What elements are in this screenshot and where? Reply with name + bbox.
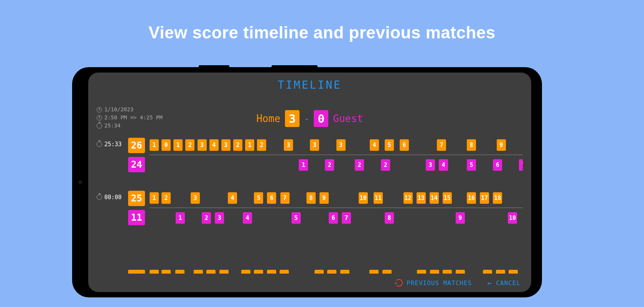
- score-tick-home: 13: [417, 192, 426, 204]
- phone-button-decor: [272, 65, 318, 67]
- home-score: 3: [285, 110, 300, 127]
- score-tick-home: [219, 270, 229, 274]
- score-tick-home: 12: [404, 192, 413, 204]
- hero-title: View score timeline and previous matches: [0, 0, 644, 42]
- score-tick-home: [443, 270, 452, 274]
- score-tick-home: 2: [185, 139, 194, 151]
- score-tick-home: 10: [359, 192, 368, 204]
- clock-icon: [97, 115, 102, 120]
- score-tick-home: 6: [400, 139, 409, 151]
- score-tick-home: [509, 270, 518, 274]
- page-title: TIMELINE: [88, 73, 531, 91]
- score-tick-home: 1: [173, 139, 183, 151]
- score-tick-home: [382, 270, 392, 274]
- score-tick-guest: 6: [493, 159, 502, 171]
- score-tick-home: 1: [245, 139, 254, 151]
- phone-mockup-frame: TIMELINE 1/10/2023 2:50 PM => 4:25 PM 25…: [72, 67, 542, 297]
- score-header: Home 3 - 0 Guest: [256, 110, 363, 127]
- score-tick-home: [267, 270, 276, 274]
- score-tick-home: 3: [198, 139, 207, 151]
- score-tick-home: 14: [430, 192, 439, 204]
- score-tick-home: 16: [467, 192, 476, 204]
- match-duration: 25:34: [104, 122, 120, 130]
- score-tick-home: 15: [443, 192, 452, 204]
- cancel-label: CANCEL: [496, 279, 520, 287]
- match-meta: 1/10/2023 2:50 PM => 4:25 PM 25:34: [97, 106, 163, 130]
- score-tick-home: 6: [267, 192, 276, 204]
- score-tick-home: 7: [280, 192, 290, 204]
- score-tick-guest: 6: [329, 212, 338, 224]
- set-home-score: 26: [128, 138, 145, 153]
- home-tick-row: 123456789101112131415161718: [150, 192, 523, 204]
- score-tick-home: [315, 270, 324, 274]
- guest-tick-row: 122234567: [150, 159, 523, 171]
- score-tick-home: [150, 270, 159, 274]
- bottom-action-bar: PREVIOUS MATCHES ← CANCEL: [395, 278, 520, 287]
- match-time-range: 2:50 PM => 4:25 PM: [104, 114, 163, 122]
- score-tick-home: [206, 270, 216, 274]
- score-tick-guest: 8: [385, 212, 394, 224]
- score-tick-home: [175, 270, 184, 274]
- score-tick-home: 1: [150, 192, 159, 204]
- previous-matches-label: PREVIOUS MATCHES: [407, 279, 472, 287]
- score-tick-home: [496, 270, 505, 274]
- set-guest-score: 11: [128, 210, 145, 225]
- score-tick-home: 4: [228, 192, 237, 204]
- score-tick-home: 17: [480, 192, 489, 204]
- score-tick-guest: 1: [176, 212, 185, 224]
- score-tick-guest: 3: [215, 212, 224, 224]
- score-tick-home: [280, 270, 289, 274]
- score-tick-home: 4: [209, 139, 219, 151]
- app-screen: TIMELINE 1/10/2023 2:50 PM => 4:25 PM 25…: [88, 73, 531, 292]
- score-tick-home: 9: [320, 192, 329, 204]
- score-tick-guest: 5: [292, 212, 301, 224]
- score-tick-guest: 7: [519, 159, 523, 171]
- timer-icon: [97, 123, 102, 129]
- score-tick-home: 5: [385, 139, 394, 151]
- guest-team-label: Guest: [333, 113, 363, 124]
- score-tick-guest: 10: [508, 212, 517, 224]
- score-tick-guest: 9: [456, 212, 465, 224]
- score-tick-guest: 3: [426, 159, 435, 171]
- score-tick-home: [456, 270, 465, 274]
- score-tick-guest: 2: [381, 159, 390, 171]
- cancel-button[interactable]: ← CANCEL: [487, 278, 520, 287]
- set-timeline-row: 25:3326241012343212333456789122234567: [97, 138, 523, 180]
- timer-icon: [97, 142, 102, 147]
- set-duration: 25:33: [97, 141, 122, 148]
- guest-score: 0: [314, 110, 328, 127]
- score-tick-home: [161, 270, 171, 274]
- score-tick-home: [483, 270, 492, 274]
- timeline-list[interactable]: 25:332624101234321233345678912223456700:…: [97, 138, 523, 269]
- score-tick-home: 5: [254, 192, 263, 204]
- set-guest-score: 24: [128, 157, 145, 172]
- score-tick-home: 11: [374, 192, 383, 204]
- home-tick-row: 1012343212333456789: [150, 139, 523, 151]
- score-tick-home: [194, 270, 203, 274]
- timer-icon: [97, 195, 102, 200]
- score-tick-home: [430, 270, 439, 274]
- score-tick-home: 3: [310, 139, 319, 151]
- score-tick-guest: 2: [202, 212, 211, 224]
- score-tick-home: [369, 270, 379, 274]
- score-tick-home: 4: [370, 139, 379, 151]
- match-date: 1/10/2023: [104, 106, 133, 114]
- score-tick-guest: 4: [439, 159, 448, 171]
- partial-set-row: [97, 266, 523, 274]
- phone-button-decor: [199, 65, 229, 67]
- previous-matches-button[interactable]: PREVIOUS MATCHES: [395, 279, 472, 287]
- score-tick-guest: 7: [342, 212, 351, 224]
- history-icon: [395, 279, 403, 287]
- score-tick-home: [254, 270, 263, 274]
- score-tick-guest: 4: [243, 212, 252, 224]
- set-duration: 00:00: [97, 194, 122, 201]
- timeline-axis: [150, 155, 523, 155]
- set-home-score: [128, 270, 145, 274]
- score-tick-home: [340, 270, 349, 274]
- set-timeline-row: 00:0025111234567891011121314151617181234…: [97, 191, 523, 233]
- guest-tick-row: 12345678910: [150, 212, 523, 224]
- score-tick-home: 2: [257, 139, 266, 151]
- score-tick-home: 3: [191, 192, 200, 204]
- score-tick-home: 7: [437, 139, 446, 151]
- score-tick-home: 3: [221, 139, 231, 151]
